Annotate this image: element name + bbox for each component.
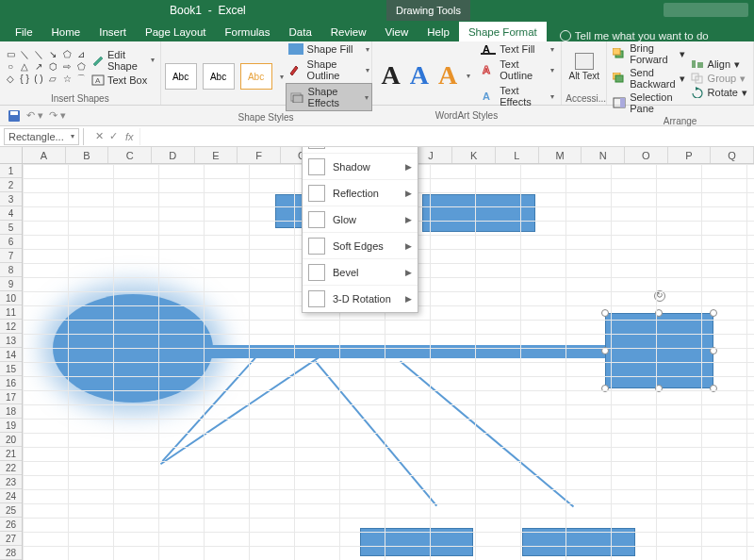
row-header-10[interactable]: 10 <box>0 291 22 305</box>
shape-fill-button[interactable]: Shape Fill ▾ <box>286 41 372 57</box>
col-header-L[interactable]: L <box>496 147 539 163</box>
worksheet-grid[interactable]: ABCDEFGHIJKLMNOPQ 1234567891011121314151… <box>0 147 754 560</box>
tab-review[interactable]: Review <box>321 23 376 41</box>
row-header-12[interactable]: 12 <box>0 320 22 334</box>
text-box-button[interactable]: A Text Box <box>90 74 156 87</box>
row-header-19[interactable]: 19 <box>0 419 22 433</box>
style-gallery-more[interactable]: ▾ <box>278 73 284 81</box>
row-header-23[interactable]: 23 <box>0 475 22 489</box>
redo-icon[interactable]: ↷ ▾ <box>49 109 66 122</box>
row-header-18[interactable]: 18 <box>0 404 22 419</box>
text-outline-button[interactable]: A Text Outline▾ <box>478 57 557 83</box>
wordart-preset-1[interactable]: A <box>382 60 401 91</box>
row-header-28[interactable]: 28 <box>0 546 22 560</box>
row-header-15[interactable]: 15 <box>0 362 22 376</box>
tab-home[interactable]: Home <box>42 23 90 41</box>
resize-handle-ne[interactable] <box>710 309 717 317</box>
alt-text-button[interactable]: Alt Text <box>566 53 602 81</box>
tab-data[interactable]: Data <box>280 23 321 41</box>
tab-help[interactable]: Help <box>418 23 459 41</box>
effects-menu-soft-edges[interactable]: Soft Edges▶ <box>303 233 418 259</box>
shape-effects-button[interactable]: Shape Effects ▾ <box>286 83 372 111</box>
row-header-13[interactable]: 13 <box>0 334 22 348</box>
wordart-gallery[interactable]: A A A ▾ <box>376 60 477 91</box>
col-header-D[interactable]: D <box>152 147 195 163</box>
rotate-button[interactable]: Rotate▾ <box>689 86 749 100</box>
tab-page-layout[interactable]: Page Layout <box>136 23 216 41</box>
connector-line[interactable] <box>400 360 574 507</box>
col-header-C[interactable]: C <box>108 147 152 163</box>
col-header-P[interactable]: P <box>668 147 712 163</box>
undo-icon[interactable]: ↶ ▾ <box>26 109 43 122</box>
shape-outline-button[interactable]: Shape Outline ▾ <box>286 57 372 83</box>
wordart-more[interactable]: ▾ <box>467 72 470 80</box>
wordart-preset-2[interactable]: A <box>410 60 429 91</box>
cells-area[interactable]: Preset▶Shadow▶Reflection▶Glow▶Soft Edges… <box>23 164 754 560</box>
bring-forward-button[interactable]: Bring Forward▾ <box>611 41 686 66</box>
col-header-F[interactable]: F <box>238 147 281 163</box>
style-preset-2[interactable]: Abc <box>203 63 235 90</box>
account-area[interactable] <box>664 3 748 17</box>
effects-menu-bevel[interactable]: Bevel▶ <box>303 259 418 286</box>
send-backward-button[interactable]: Send Backward▾ <box>611 66 686 91</box>
row-header-16[interactable]: 16 <box>0 376 22 390</box>
enter-formula-icon[interactable]: ✓ <box>109 130 118 142</box>
effects-menu-3d-rotation[interactable]: 3-D Rotation▶ <box>303 286 418 312</box>
tab-shape-format[interactable]: Shape Format <box>459 22 547 41</box>
row-header-20[interactable]: 20 <box>0 433 22 447</box>
text-fill-button[interactable]: A Text Fill▾ <box>478 41 557 57</box>
select-all-corner[interactable] <box>0 147 23 164</box>
tab-insert[interactable]: Insert <box>90 23 136 41</box>
edit-shape-button[interactable]: Edit Shape▾ <box>90 48 156 73</box>
row-header-9[interactable]: 9 <box>0 277 22 291</box>
resize-handle-nw[interactable] <box>601 309 609 317</box>
row-header-8[interactable]: 8 <box>0 263 22 277</box>
row-header-21[interactable]: 21 <box>0 447 22 461</box>
row-header-2[interactable]: 2 <box>0 178 22 192</box>
tab-file[interactable]: File <box>6 23 42 41</box>
align-button[interactable]: Align▾ <box>689 58 749 72</box>
col-header-B[interactable]: B <box>66 147 109 163</box>
fx-icon[interactable]: fx <box>125 131 139 142</box>
row-header-14[interactable]: 14 <box>0 348 22 362</box>
col-header-M[interactable]: M <box>539 147 582 163</box>
row-headers[interactable]: 1234567891011121314151617181920212223242… <box>0 164 23 560</box>
row-header-1[interactable]: 1 <box>0 164 22 178</box>
col-header-Q[interactable]: Q <box>711 147 754 163</box>
row-header-7[interactable]: 7 <box>0 249 22 263</box>
col-header-A[interactable]: A <box>23 147 66 163</box>
row-header-22[interactable]: 22 <box>0 461 22 475</box>
save-icon[interactable] <box>8 109 21 123</box>
tell-me[interactable]: Tell me what you want to do <box>547 30 709 41</box>
row-header-24[interactable]: 24 <box>0 489 22 503</box>
col-header-O[interactable]: O <box>625 147 668 163</box>
shapes-gallery[interactable]: ▭＼＼↘⬠⊿ ○△↗⬡⇨⬠ ◇{ }( )▱☆⌒ <box>4 49 88 85</box>
row-header-3[interactable]: 3 <box>0 192 22 206</box>
shape-rect-2[interactable] <box>422 194 535 232</box>
col-header-K[interactable]: K <box>452 147 496 163</box>
text-effects-button[interactable]: A Text Effects▾ <box>478 83 557 109</box>
col-header-N[interactable]: N <box>582 147 625 163</box>
row-header-11[interactable]: 11 <box>0 305 22 320</box>
formula-input[interactable] <box>139 128 754 145</box>
effects-menu-shadow[interactable]: Shadow▶ <box>303 154 418 180</box>
cancel-formula-icon[interactable]: ✕ <box>95 130 104 142</box>
style-preset-3[interactable]: Abc <box>240 63 272 90</box>
row-header-6[interactable]: 6 <box>0 235 22 249</box>
shape-rect-selected[interactable] <box>605 313 713 388</box>
group-button[interactable]: Group▾ <box>689 72 749 86</box>
row-header-5[interactable]: 5 <box>0 221 22 235</box>
style-preset-1[interactable]: Abc <box>165 63 197 90</box>
wordart-preset-3[interactable]: A <box>438 60 457 91</box>
name-box[interactable]: Rectangle... ▾ <box>4 128 79 145</box>
row-header-4[interactable]: 4 <box>0 206 22 221</box>
selection-pane-button[interactable]: Selection Pane <box>611 91 686 115</box>
shape-style-gallery[interactable]: Abc Abc Abc ▾ <box>165 63 284 90</box>
effects-menu-preset[interactable]: Preset▶ <box>303 147 418 154</box>
tab-formulas[interactable]: Formulas <box>216 23 280 41</box>
effects-menu-reflection[interactable]: Reflection▶ <box>303 180 418 206</box>
row-header-25[interactable]: 25 <box>0 503 22 518</box>
row-header-27[interactable]: 27 <box>0 532 22 546</box>
row-header-17[interactable]: 17 <box>0 390 22 404</box>
col-header-E[interactable]: E <box>195 147 238 163</box>
